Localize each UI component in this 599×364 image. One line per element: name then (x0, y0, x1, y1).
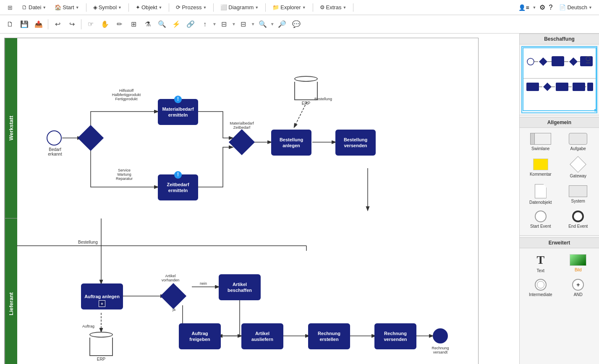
palette-kommentar[interactable]: Kommentar (522, 154, 559, 181)
menu-explorer[interactable]: 📁 Explorer ▼ (269, 3, 309, 12)
zoomout-button[interactable]: 🔎 (275, 18, 289, 31)
align-chevron[interactable]: ▼ (232, 22, 236, 26)
alignv-chevron[interactable]: ▼ (251, 22, 255, 26)
menu-deutsch[interactable]: 📄 Deutsch ▼ (556, 3, 596, 12)
palette-start-event[interactable]: Start Event (522, 208, 559, 231)
shape-intermediate (535, 279, 547, 291)
gateway2[interactable] (229, 129, 255, 155)
chevron-down-icon: ▼ (533, 5, 536, 10)
new-button[interactable]: 🗋 (3, 18, 17, 31)
object-icon: ✦ (136, 4, 140, 10)
task-auftrag-anlegen[interactable]: + Auftrag anlegen (81, 283, 123, 309)
label-service: ServiceWartungReparatur (101, 168, 147, 181)
menu-start[interactable]: 🏠 Start ▼ (51, 3, 82, 12)
align-button[interactable]: ⊟ (217, 18, 231, 31)
chevron-down-icon: ▼ (42, 5, 46, 10)
task-auftrag-freigeben[interactable]: Auftragfreigeben (179, 323, 221, 349)
palette-and[interactable]: + AND (560, 276, 597, 299)
task-rechnung-versenden[interactable]: Rechnungversenden (374, 323, 416, 349)
explorer-icon: 📁 (272, 4, 279, 10)
zoom-chevron[interactable]: ▼ (270, 22, 275, 26)
alignv-button[interactable]: ⊟ (237, 18, 250, 31)
up-button[interactable]: ↑ (198, 18, 212, 31)
gateway1[interactable] (78, 125, 104, 151)
chevron-down-icon: ▼ (118, 5, 122, 10)
exclaim-icon2: ! (174, 171, 182, 179)
svg-line-3 (294, 102, 307, 127)
palette-bild[interactable]: Bild (560, 251, 597, 276)
db-label2: ERP (97, 357, 106, 361)
undo-button[interactable]: ↩ (51, 18, 64, 31)
chevron-down-icon: ▼ (255, 5, 259, 10)
shape-gateway-wrapper (570, 157, 586, 172)
search-button[interactable]: 🔍 (155, 18, 169, 31)
swimlane-lieferant-label: Lieferant (5, 218, 17, 364)
start-event[interactable] (47, 130, 62, 146)
swimlane-werkstatt: Werkstatt (5, 38, 478, 218)
menu-datei[interactable]: 🗋 Datei ▼ (18, 3, 50, 12)
palette-gateway[interactable]: Gateway (560, 154, 597, 181)
home-icon: 🏠 (55, 4, 61, 10)
svg-rect-29 (573, 83, 585, 91)
pencil-button[interactable]: ✏ (112, 18, 126, 31)
palette-intermediate[interactable]: Intermediate (522, 276, 559, 299)
up-chevron[interactable]: ▼ (212, 22, 217, 26)
svg-rect-26 (526, 83, 539, 91)
palette-aufgabe[interactable]: Aufgabe (560, 130, 597, 153)
link-button[interactable]: 🔗 (184, 18, 197, 31)
end-event[interactable] (433, 328, 448, 343)
task-artikel-beschaffen[interactable]: Artikel beschaffen (219, 274, 261, 300)
help-icon[interactable]: ? (549, 4, 552, 11)
table-button[interactable]: ⊞ (127, 18, 140, 31)
comment-button[interactable]: 💬 (290, 18, 303, 31)
svg-rect-30 (587, 83, 593, 91)
save-button[interactable]: 💾 (18, 18, 31, 31)
chevron-down-icon: ▼ (76, 5, 79, 10)
task-bestellung-anlegen[interactable]: Bestellunganlegen (271, 130, 311, 156)
database-erp[interactable]: ERP (294, 76, 318, 106)
menu-extras[interactable]: ⚙ Extras ▼ (317, 3, 350, 12)
preview-svg (522, 47, 597, 112)
swimlane-werkstatt-label: Werkstatt (5, 38, 17, 218)
settings-icon[interactable]: ⚙ (539, 3, 545, 11)
hand-button[interactable]: ✋ (98, 18, 112, 31)
select-button[interactable]: ☞ (84, 18, 97, 31)
gateway3[interactable] (160, 283, 186, 309)
redo-button[interactable]: ↪ (65, 18, 78, 31)
erweitert-section-title: Erweitert (520, 237, 599, 248)
palette-end-event[interactable]: End Event (560, 208, 597, 231)
zoomin-button[interactable]: 🔍 (256, 18, 269, 31)
palette-datenobjekt-label: Datenobjekt (529, 200, 552, 205)
palette-system[interactable]: System (560, 182, 597, 207)
db-label: ERP (302, 101, 311, 106)
menu-separator (86, 3, 86, 12)
shape-dataobj (535, 184, 547, 198)
menu-prozess[interactable]: ⟳ Prozess ▼ (173, 3, 210, 12)
connect-button[interactable]: ⚡ (170, 18, 183, 31)
palette-text[interactable]: T Text (522, 251, 559, 276)
task-zeitbedarf[interactable]: ! Zeitbedarfermitteln (158, 174, 198, 200)
menu-separator (313, 3, 313, 12)
menu-symbol[interactable]: ◈ Symbol ▼ (90, 3, 125, 12)
shape-swimlane (530, 133, 551, 145)
shape-comment (533, 159, 548, 170)
task-materialbedarf[interactable]: ! Materialbedarfermitteln (158, 99, 198, 125)
saveas-button[interactable]: 📤 (32, 18, 45, 31)
task-artikel-ausliefern[interactable]: Artikelausliefern (241, 323, 283, 349)
chevron-down-icon: ▼ (302, 5, 306, 10)
database-erp2[interactable]: ERP (89, 332, 113, 361)
expand-button[interactable]: + (99, 300, 105, 307)
symbol-icon: ◈ (93, 4, 97, 10)
filter-button[interactable]: ⚗ (141, 18, 154, 31)
beschaffung-section-title: Beschaffung (520, 34, 599, 44)
allgemein-palette: Swimlane Aufgabe Kommentar Gateway Daten… (520, 128, 599, 234)
shape-start-event (535, 211, 547, 222)
palette-datenobjekt[interactable]: Datenobjekt (522, 182, 559, 207)
task-bestellung-versenden[interactable]: Bestellungversenden (335, 130, 376, 156)
label-materialbedarf-zeitbedarf: MaterialbedarfZeitbedarf (223, 121, 261, 130)
menu-diagramm[interactable]: ⬜ Diagramm ▼ (217, 3, 262, 12)
palette-swimlane[interactable]: Swimlane (522, 130, 559, 153)
menu-objekt[interactable]: ✦ Objekt ▼ (132, 3, 166, 12)
canvas-area[interactable]: Werkstatt (0, 34, 519, 364)
task-rechnung-erstellen[interactable]: Rechnungerstellen (308, 323, 350, 349)
